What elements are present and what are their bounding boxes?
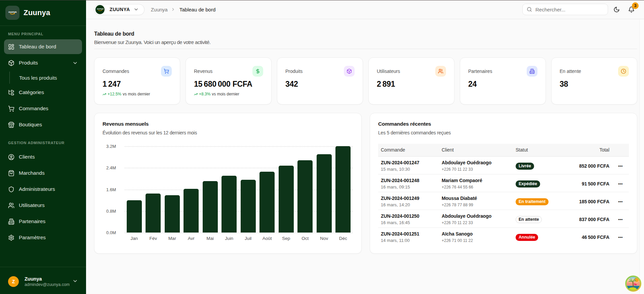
svg-text:zuunya: zuunya [8, 11, 16, 13]
svg-text:zuunya: zuunya [96, 8, 104, 10]
